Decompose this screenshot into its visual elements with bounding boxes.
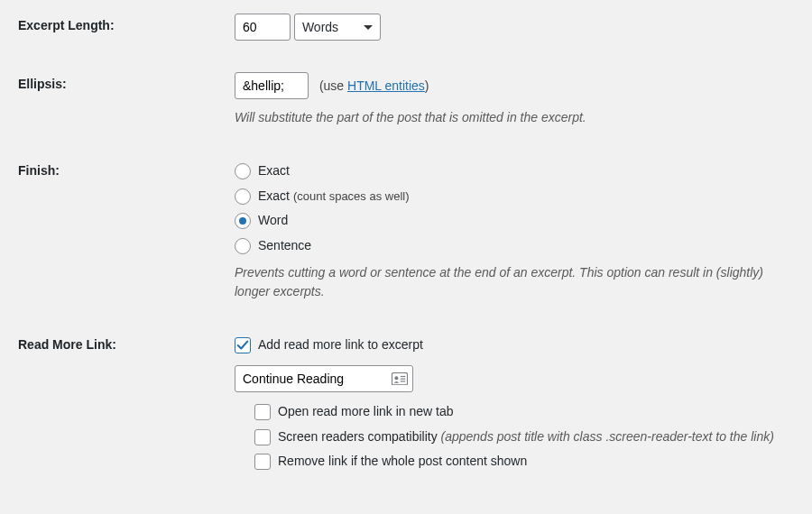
check-icon [236, 339, 249, 352]
screen-readers-label: Screen readers compatibility [278, 429, 438, 444]
ellipsis-hint: (use HTML entities) [319, 78, 429, 93]
open-new-tab-label: Open read more link in new tab [278, 403, 454, 421]
excerpt-length-label: Excerpt Length: [0, 0, 217, 59]
finish-radio-word[interactable] [235, 213, 251, 229]
finish-option-label: Exact [258, 188, 290, 203]
open-new-tab-checkbox[interactable] [254, 404, 271, 420]
ellipsis-input[interactable] [235, 72, 309, 99]
contact-card-icon [392, 372, 408, 385]
finish-option-label: Sentence [258, 237, 311, 255]
settings-form: Excerpt Length: Words Ellipsis: (use HTM… [0, 0, 812, 496]
finish-desc: Prevents cutting a word or sentence at t… [235, 263, 776, 301]
ellipsis-desc: Will substitute the part of the post tha… [235, 108, 776, 127]
finish-radio-exact-spaces[interactable] [235, 188, 251, 205]
screen-readers-checkbox[interactable] [254, 429, 271, 445]
read-more-text-input[interactable] [235, 365, 413, 392]
ellipsis-label: Ellipsis: [0, 59, 217, 145]
add-read-more-label: Add read more link to excerpt [258, 336, 423, 354]
excerpt-length-unit-select[interactable]: Words [294, 14, 381, 41]
finish-radio-sentence[interactable] [235, 238, 251, 254]
svg-point-1 [394, 376, 398, 380]
remove-link-checkbox[interactable] [254, 454, 271, 470]
finish-option-note: (count spaces as well) [293, 189, 410, 203]
finish-radio-exact[interactable] [235, 163, 251, 179]
finish-option-label: Exact [258, 162, 290, 180]
finish-option-label: Word [258, 212, 288, 230]
excerpt-length-input[interactable] [235, 14, 291, 41]
excerpt-length-unit-value: Words [302, 20, 338, 34]
read-more-label: Read More Link: [0, 319, 217, 495]
remove-link-label: Remove link if the whole post content sh… [278, 453, 527, 471]
finish-label: Finish: [0, 145, 217, 319]
add-read-more-checkbox[interactable] [235, 337, 251, 353]
screen-readers-note: (appends post title with class .screen-r… [441, 429, 774, 444]
html-entities-link[interactable]: HTML entities [347, 78, 425, 93]
